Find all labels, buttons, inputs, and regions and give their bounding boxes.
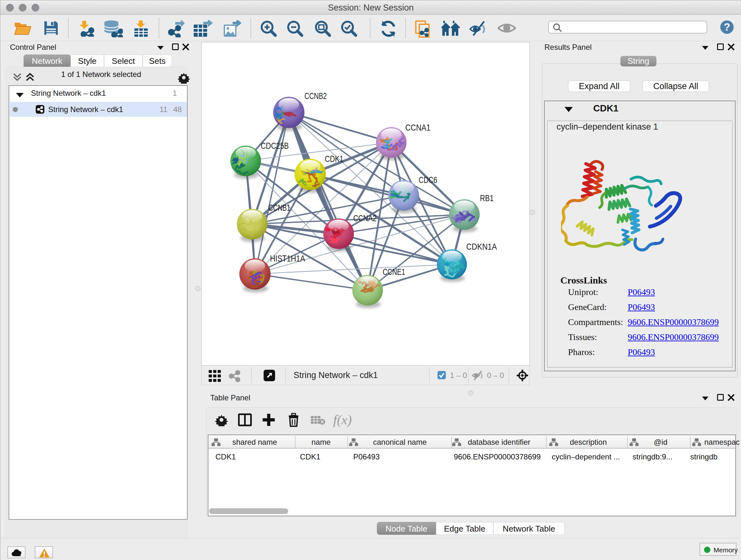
svg-text:CCNB2: CCNB2 (305, 91, 327, 101)
svg-text:HIST1H1A: HIST1H1A (270, 253, 305, 263)
svg-text:CCNE1: CCNE1 (383, 267, 405, 277)
svg-text:CDK1: CDK1 (325, 154, 343, 164)
svg-text:CCNA2: CCNA2 (353, 213, 377, 223)
svg-text:RB1: RB1 (480, 193, 494, 203)
svg-text:CCNB1: CCNB1 (268, 203, 290, 212)
svg-text:CDC6: CDC6 (419, 175, 437, 185)
svg-text:CDKN1A: CDKN1A (466, 242, 497, 252)
svg-text:CDC25B: CDC25B (261, 141, 289, 151)
svg-text:CCNA1: CCNA1 (405, 123, 430, 132)
